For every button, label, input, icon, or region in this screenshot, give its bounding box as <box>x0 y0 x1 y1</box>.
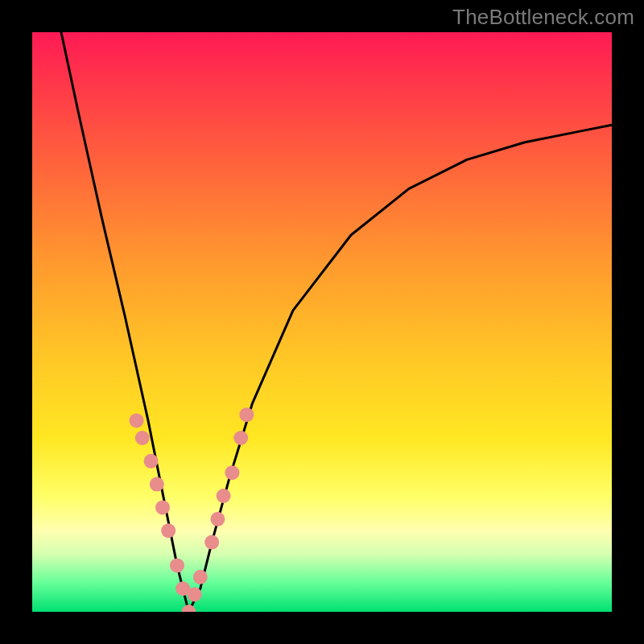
sample-marker <box>135 431 150 445</box>
chart-svg <box>32 32 612 612</box>
bottleneck-curve <box>61 32 612 612</box>
marker-layer <box>130 407 254 612</box>
sample-marker <box>181 605 196 612</box>
sample-marker <box>130 413 144 427</box>
sample-marker <box>170 558 184 572</box>
sample-marker <box>150 477 164 492</box>
sample-marker <box>155 500 170 514</box>
plot-area <box>32 32 612 612</box>
sample-marker <box>239 407 254 422</box>
sample-marker <box>188 587 202 601</box>
sample-marker <box>217 489 231 503</box>
sample-marker <box>193 570 208 584</box>
watermark-text: TheBottleneck.com <box>452 5 634 30</box>
sample-marker <box>233 431 248 445</box>
sample-marker <box>204 535 219 550</box>
sample-marker <box>161 523 175 538</box>
sample-marker <box>144 454 159 469</box>
sample-marker <box>210 512 225 526</box>
sample-marker <box>225 465 239 480</box>
curve-layer <box>61 32 612 612</box>
chart-frame: TheBottleneck.com <box>0 0 644 644</box>
